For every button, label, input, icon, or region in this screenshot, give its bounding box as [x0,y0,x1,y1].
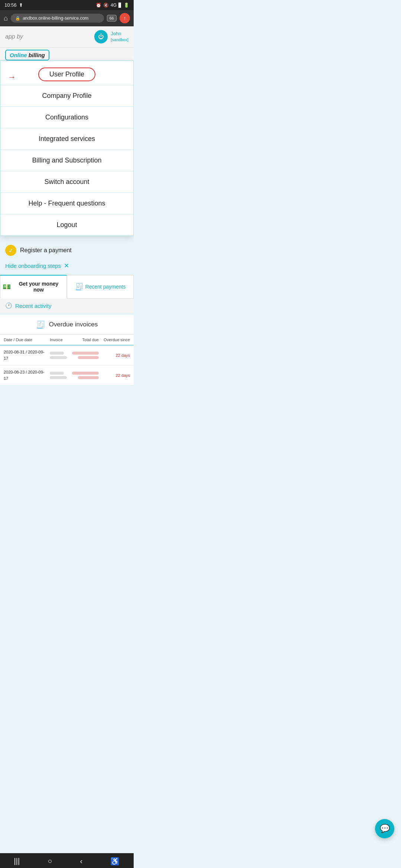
table-header: Date / Due date Invoice Total due Overdu… [0,335,134,345]
clock-icon: 🕐 [5,302,12,309]
tab-count[interactable]: 66 [107,15,117,22]
recent-activity-section[interactable]: 🕐 Recent activity [0,299,134,313]
menu-item-integrated-services[interactable]: Integrated services [0,128,133,150]
tab-recent-payments-label: Recent payments [85,284,126,290]
close-icon: ✕ [64,262,69,270]
row2-overdue: 22 days [100,373,130,378]
tab-get-money[interactable]: 💵 Get your money now [0,275,67,299]
row1-date: 2020-08-31 / 2020-09-17 [4,349,48,361]
user-profile-oval: User Profile [38,68,95,81]
billing-logo: Online billing [5,50,49,60]
power-button[interactable]: ⏻ [94,30,108,43]
overdue-title: Overdue invoices [49,321,98,328]
status-bar: 10:56 ⬆ ⏰ 🔇 4G ▊ 🔋 [0,0,134,10]
menu-item-billing-subscription[interactable]: Billing and Subscription [0,150,133,171]
url-bar[interactable]: 🔒 andbox.online-billing-service.com [11,14,104,23]
user-name: John[sandbox] [111,31,128,42]
signal-icon: ▊ [118,3,122,8]
configurations-label: Configurations [45,114,88,121]
menu-item-user-profile[interactable]: User Profile → [0,61,133,85]
billing-subscription-label: Billing and Subscription [32,157,101,164]
tabs-section: 💵 Get your money now 🧾 Recent payments [0,275,134,299]
hide-onboarding-label: Hide onboarding steps [5,263,61,269]
location-icon: ⬆ [19,2,23,8]
menu-item-switch-account[interactable]: Switch account [0,171,133,193]
company-profile-label: Company Profile [42,92,91,99]
invoice-icon: 🧾 [36,320,45,329]
arrow-icon: → [8,72,16,82]
money-icon: 💵 [3,283,11,291]
menu-item-logout[interactable]: Logout [0,214,133,236]
overdue-header: 🧾 Overdue invoices [0,315,134,335]
onboarding-section: ✓ Register a payment Hide onboarding ste… [0,236,134,275]
check-icon: ✓ [5,245,16,256]
tab-recent-payments[interactable]: 🧾 Recent payments [67,275,134,299]
row1-overdue: 22 days [100,353,130,358]
col-invoice: Invoice [50,338,68,342]
app-header: app by ⏻ John[sandbox] [0,26,134,47]
row2-invoice [50,372,68,379]
lock-icon: 🔒 [15,16,20,21]
row2-date: 2020-08-23 / 2020-09-17 [4,369,48,381]
home-icon[interactable]: ⌂ [4,14,8,22]
table-row: 2020-08-23 / 2020-09-17 22 days [0,365,134,385]
battery-icon: 🔋 [124,3,129,8]
network-icon: 4G [111,3,117,8]
row1-total [69,352,99,359]
menu-item-company-profile[interactable]: Company Profile [0,85,133,107]
url-text: andbox.online-billing-service.com [23,16,88,21]
browser-bar: ⌂ 🔒 andbox.online-billing-service.com 66… [0,10,134,26]
integrated-services-label: Integrated services [39,135,95,142]
menu-item-help[interactable]: Help - Frequent questions [0,193,133,214]
user-badge: ⏻ John[sandbox] [94,30,128,43]
status-time: 10:56 [4,2,17,8]
logout-label: Logout [56,221,77,228]
table-row: 2020-08-31 / 2020-09-17 22 days [0,345,134,365]
user-profile-label: User Profile [49,70,84,78]
register-payment-label: Register a payment [20,247,72,254]
row2-total [69,372,99,379]
col-total: Total due [69,338,99,342]
billing-header: Online billing [0,47,134,60]
switch-account-label: Switch account [44,178,89,185]
mute-icon: 🔇 [103,3,109,8]
register-payment-item[interactable]: ✓ Register a payment [5,241,128,260]
recent-activity-label: Recent activity [15,303,52,309]
app-logo: app by [5,33,23,40]
col-overdue: Overdue since [100,338,130,342]
receipt-icon: 🧾 [75,283,83,291]
dropdown-menu: User Profile → Company Profile Configura… [0,60,134,236]
help-label: Help - Frequent questions [28,200,105,207]
hide-onboarding-item[interactable]: Hide onboarding steps ✕ [5,260,128,275]
tab-get-money-label: Get your money now [13,281,64,293]
alarm-icon: ⏰ [96,3,101,8]
overdue-invoices-section: 🧾 Overdue invoices Date / Due date Invoi… [0,315,134,385]
upload-button[interactable]: ↑ [120,13,130,23]
col-date: Date / Due date [4,338,48,342]
menu-item-configurations[interactable]: Configurations [0,107,133,128]
row1-invoice [50,352,68,359]
